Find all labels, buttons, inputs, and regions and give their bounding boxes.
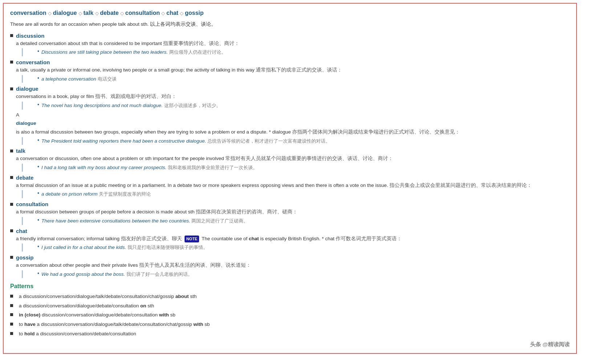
example-chinese-dialogue: 这部小说描述多，对话少。: [164, 103, 221, 108]
entry-discussion: discussion a detailed conversation about…: [10, 33, 570, 56]
entry-consultation: consultation a formal discussion between…: [10, 201, 570, 225]
bullet-consultation: [10, 203, 13, 206]
example-chinese-chat: 我只是打电话来随便聊聊孩子的事情。: [128, 245, 208, 250]
example-bar-dialogue2: • The President told waiting reporters t…: [22, 137, 570, 145]
example-text-chat: I just called in for a chat about the ki…: [41, 244, 208, 251]
example-bullet-conversation: •: [37, 75, 39, 81]
diamond-4: ◇: [120, 11, 125, 16]
diamond-6: ◇: [180, 11, 185, 16]
example-bullet-chat: •: [37, 244, 39, 249]
entry-gossip: gossip a conversation about other people…: [10, 254, 570, 278]
example-chinese-conversation: 电话交谈: [98, 76, 117, 82]
entry-conversation: conversation a talk, usually a private o…: [10, 59, 570, 83]
example-text-talk: I had a long talk with my boss about my …: [41, 164, 258, 172]
def-discussion: a detailed conversation about sth that i…: [16, 40, 570, 48]
title-line: conversation ◇ dialogue ◇ talk ◇ debate …: [10, 9, 570, 17]
example-talk: • I had a long talk with my boss about m…: [37, 164, 570, 172]
example-debate: • a debate on prison reform 关于监狱制度改革的辩论: [37, 190, 570, 198]
pattern-text-3: in (close) discussion/conversation/dialo…: [19, 311, 175, 319]
pattern-3: in (close) discussion/conversation/dialo…: [10, 311, 570, 319]
dialogue-sub-word: dialogue: [16, 119, 570, 127]
def-talk: a conversation or discussion, often one …: [16, 155, 570, 163]
example-chinese-dialogue2: 总统告诉等候的记者，刚才进行了一次富有建设性的对话。: [207, 138, 330, 144]
pattern-text-2: a discussion/conversation/dialogue/debat…: [19, 302, 154, 310]
bullet-talk: [10, 150, 13, 152]
word-label-consultation: consultation: [16, 201, 48, 207]
diamond-5: ◇: [161, 11, 166, 16]
pattern-bullet-4: [10, 323, 13, 326]
patterns-section: Patterns a discussion/conversation/dialo…: [10, 283, 570, 338]
pattern-bullet-1: [10, 295, 13, 298]
diamond-2: ◇: [78, 11, 84, 16]
pattern-bullet-5: [10, 332, 13, 335]
bullet-debate: [10, 176, 13, 179]
pattern-bullet-2: [10, 304, 13, 307]
word-label-conversation: conversation: [16, 59, 50, 65]
example-bar-chat: • I just called in for a chat about the …: [22, 244, 570, 251]
word-label-discussion: discussion: [16, 33, 44, 39]
word-dialogue: dialogue: [53, 10, 77, 16]
example-text-discussion: Discussions are still taking place betwe…: [41, 48, 226, 56]
def-chat: a friendly informal conversation; inform…: [16, 235, 570, 243]
example-discussion: • Discussions are still taking place bet…: [37, 48, 570, 56]
example-dialogue: • The novel has long descriptions and no…: [37, 102, 570, 110]
word-label-gossip: gossip: [16, 254, 33, 261]
example-text-gossip: We had a good gossip about the boss. 我们讲…: [41, 270, 193, 278]
pattern-text-1: a discussion/conversation/dialogue/talk/…: [19, 293, 197, 300]
example-bullet-dialogue2: •: [37, 137, 39, 143]
example-bullet-dialogue: •: [37, 102, 39, 107]
example-text-consultation: There have been extensive consultations …: [41, 217, 248, 225]
pattern-1: a discussion/conversation/dialogue/talk/…: [10, 293, 570, 300]
word-debate: debate: [100, 10, 119, 16]
example-bar-debate: • a debate on prison reform 关于监狱制度改革的辩论: [22, 190, 570, 198]
example-chinese-debate: 关于监狱制度改革的辩论: [99, 191, 151, 197]
word-chat: chat: [166, 10, 178, 16]
word-label-chat: chat: [16, 228, 27, 234]
note-badge: NOTE: [185, 236, 199, 243]
dialogue-sub-def: is also a formal discussion between two …: [16, 128, 570, 136]
example-chat: • I just called in for a chat about the …: [37, 244, 570, 251]
word-talk: talk: [84, 10, 94, 16]
pattern-text-4: to have a discussion/conversation/dialog…: [19, 320, 210, 328]
bullet-conversation: [10, 61, 13, 64]
pattern-5: to hold a discussion/conversation/debate…: [10, 330, 570, 338]
entry-dialogue: dialogue conversations in a book, play o…: [10, 86, 570, 145]
example-text-dialogue2: The President told waiting reporters the…: [41, 137, 330, 145]
example-bullet-gossip: •: [37, 270, 39, 276]
main-container: conversation ◇ dialogue ◇ talk ◇ debate …: [3, 3, 577, 354]
def-consultation: a formal discussion between groups of pe…: [16, 208, 570, 216]
dialogue-extra-label: A: [16, 111, 570, 119]
example-bar-gossip: • We had a good gossip about the boss. 我…: [22, 270, 570, 278]
patterns-title: Patterns: [10, 283, 570, 290]
pattern-2: a discussion/conversation/dialogue/debat…: [10, 302, 570, 310]
pattern-4: to have a discussion/conversation/dialog…: [10, 320, 570, 328]
bullet-gossip: [10, 256, 13, 259]
example-bar-consultation: • There have been extensive consultation…: [22, 217, 570, 225]
bullet-chat: [10, 229, 13, 232]
example-bar-talk: • I had a long talk with my boss about m…: [22, 164, 570, 172]
example-bar-conversation: • a telephone conversation 电话交谈: [22, 75, 570, 83]
example-bullet-discussion: •: [37, 48, 39, 54]
diamond-3: ◇: [95, 11, 100, 16]
word-conversation: conversation: [10, 10, 47, 16]
example-text-debate: a debate on prison reform 关于监狱制度改革的辩论: [41, 190, 151, 198]
def-debate: a formal discussion of an issue at a pub…: [16, 181, 570, 189]
example-chinese-talk: 我和老板就我的事业前景进行了一次长谈。: [168, 165, 258, 170]
example-chinese-discussion: 两位领导人仍在进行讨论。: [169, 49, 226, 55]
bullet-discussion: [10, 34, 13, 37]
example-bullet-debate: •: [37, 190, 39, 196]
def-dialogue: conversations in a book, play or film 指书…: [16, 93, 570, 101]
example-bullet-talk: •: [37, 164, 39, 169]
example-gossip: • We had a good gossip about the boss. 我…: [37, 270, 570, 278]
example-text-dialogue: The novel has long descriptions and not …: [41, 102, 221, 110]
word-label-debate: debate: [16, 175, 33, 181]
pattern-text-5: to hold a discussion/conversation/debate…: [19, 330, 136, 338]
entry-debate: debate a formal discussion of an issue a…: [10, 175, 570, 198]
pattern-bullet-3: [10, 313, 13, 316]
diamond-1: ◇: [48, 11, 53, 16]
watermark: 头条 @精读阅读: [530, 341, 570, 348]
word-label-talk: talk: [16, 148, 25, 154]
entry-talk: talk a conversation or discussion, often…: [10, 148, 570, 171]
example-conversation: • a telephone conversation 电话交谈: [37, 75, 570, 83]
bullet-dialogue: [10, 87, 13, 90]
